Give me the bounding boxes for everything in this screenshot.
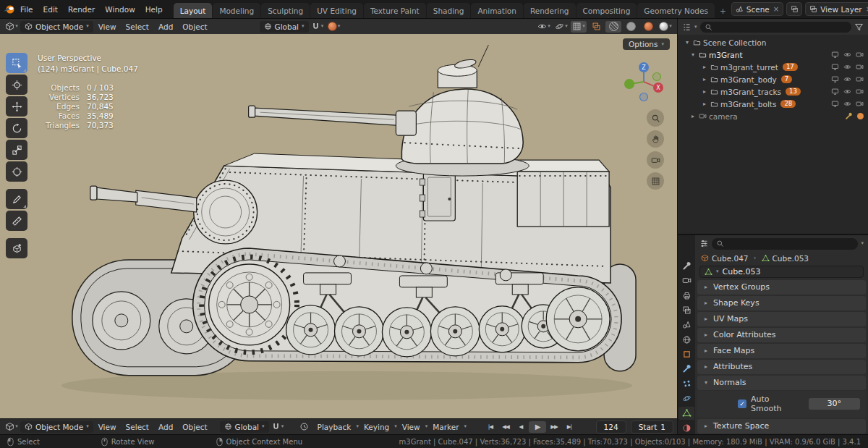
tool-move[interactable] xyxy=(6,96,27,117)
shading-wireframe-button[interactable] xyxy=(605,21,621,33)
orthographic-toggle-button[interactable] xyxy=(647,172,664,190)
menu-view[interactable]: View xyxy=(94,22,121,32)
expand-icon[interactable]: ▸ xyxy=(701,64,708,70)
disable-render-icon[interactable] xyxy=(856,63,864,71)
menu-keying[interactable]: Keying xyxy=(359,422,393,432)
hide-eye-icon[interactable] xyxy=(843,51,851,59)
object-visibility-dropdown[interactable]: ▾ xyxy=(536,21,552,33)
view-layer-selector[interactable]: View Layer × xyxy=(805,2,868,16)
hide-eye-icon[interactable] xyxy=(843,100,851,108)
menu-add[interactable]: Add xyxy=(154,22,177,32)
timeline-orientation-selector[interactable]: Global▾ xyxy=(220,421,269,433)
breadcrumb-data[interactable]: Cube.053 xyxy=(773,254,809,263)
disable-viewport-icon[interactable] xyxy=(831,51,839,59)
tab-output[interactable] xyxy=(678,289,694,302)
disable-render-icon[interactable] xyxy=(856,51,864,59)
outliner-editor-icon[interactable] xyxy=(682,22,692,32)
expand-icon[interactable]: ▾ xyxy=(684,39,691,46)
expand-icon[interactable]: ▸ xyxy=(701,88,708,95)
shading-rendered-button[interactable]: ▾ xyxy=(658,21,673,33)
disable-viewport-icon[interactable] xyxy=(831,75,839,83)
tab-layout[interactable]: Layout xyxy=(174,3,213,18)
camera-view-button[interactable] xyxy=(647,151,664,169)
shading-solid-button[interactable] xyxy=(623,21,639,33)
timeline-menu-view[interactable]: View xyxy=(94,422,121,432)
auto-smooth-angle-field[interactable]: 30° xyxy=(809,398,860,410)
disable-viewport-icon[interactable] xyxy=(831,63,839,71)
filter-dropdown-icon[interactable]: ▾ xyxy=(861,241,864,246)
collapse-icon[interactable]: ▾ xyxy=(689,51,697,58)
outliner-row-tracks[interactable]: ▸ m3Grant_tracks 13 xyxy=(678,85,868,98)
outliner-row-body[interactable]: ▸ m3Grant_body 7 xyxy=(678,73,868,85)
navigation-gizmo[interactable]: Z X xyxy=(621,59,667,105)
tab-object-data[interactable] xyxy=(678,407,694,419)
proportional-editing-toggle[interactable]: ▾ xyxy=(326,21,342,33)
tab-view-layer[interactable] xyxy=(678,304,694,316)
play-reverse-button[interactable]: ◀ xyxy=(514,421,528,433)
panel-face-maps[interactable]: ▸Face Maps xyxy=(697,344,866,358)
tab-animation[interactable]: Animation xyxy=(471,3,523,18)
tool-transform[interactable] xyxy=(6,161,27,182)
tab-physics[interactable] xyxy=(678,392,694,405)
menu-playback[interactable]: Playback xyxy=(313,422,356,432)
timeline-menu-object[interactable]: Object xyxy=(178,422,211,432)
disable-viewport-icon[interactable] xyxy=(831,100,839,108)
next-keyframe-button[interactable]: ▶▶ xyxy=(547,421,561,433)
play-button[interactable]: ▶ xyxy=(529,421,546,433)
hide-eye-icon[interactable] xyxy=(843,63,851,71)
panel-color-attributes[interactable]: ▸Color Attributes xyxy=(697,328,866,342)
expand-icon[interactable]: ▸ xyxy=(689,113,697,119)
jump-to-start-button[interactable]: |◀ xyxy=(483,421,498,433)
menu-render[interactable]: Render xyxy=(63,4,100,15)
tab-shading[interactable]: Shading xyxy=(427,3,471,18)
disable-render-icon[interactable] xyxy=(856,75,864,83)
outliner-row-scene-collection[interactable]: ▾ Scene Collection xyxy=(678,36,868,48)
menu-timeline-view[interactable]: View xyxy=(398,422,425,432)
outliner-row-m3grant[interactable]: ▾ m3Grant xyxy=(678,48,868,61)
auto-smooth-checkbox[interactable]: ✓ xyxy=(738,400,746,408)
options-dropdown[interactable]: Options▾ xyxy=(623,38,670,50)
tab-sculpting[interactable]: Sculpting xyxy=(261,3,310,18)
frame-start-field[interactable]: Start 1 xyxy=(631,420,673,434)
blender-logo-icon[interactable] xyxy=(3,2,15,17)
tab-geometry-nodes[interactable]: Geometry Nodes xyxy=(637,3,715,18)
tool-rotate[interactable] xyxy=(6,118,27,138)
mode-selector[interactable]: Object Mode▾ xyxy=(20,21,93,33)
tool-select-box[interactable] xyxy=(6,53,27,73)
snapping-toggle[interactable]: ▾ xyxy=(310,21,326,33)
menu-help[interactable]: Help xyxy=(140,4,168,15)
jump-to-end-button[interactable]: ▶| xyxy=(562,421,576,433)
zoom-button[interactable] xyxy=(647,109,664,127)
tab-render[interactable] xyxy=(678,274,694,287)
tool-measure[interactable] xyxy=(6,211,27,231)
3d-viewport[interactable]: User Perspective (124) m3Grant | Cube.04… xyxy=(0,34,677,418)
outliner-row-bolts[interactable]: ▸ m3Grant_bolts 28 xyxy=(678,98,868,110)
tab-scene[interactable] xyxy=(678,318,694,331)
menu-object[interactable]: Object xyxy=(178,22,211,32)
disable-render-icon[interactable] xyxy=(856,88,864,96)
tab-tool[interactable] xyxy=(678,260,694,272)
tab-world[interactable] xyxy=(678,334,694,346)
tab-object[interactable] xyxy=(678,348,694,360)
mesh-data-name-field[interactable]: ▾ Cube.053 xyxy=(699,266,864,278)
panel-attributes[interactable]: ▸Attributes xyxy=(697,360,866,374)
expand-icon[interactable]: ▸ xyxy=(701,76,708,83)
timeline-mode-selector[interactable]: Object Mode▾ xyxy=(20,421,93,433)
timeline-menu-select[interactable]: Select xyxy=(122,422,153,432)
tab-particles[interactable] xyxy=(678,378,694,390)
outliner-row-turret[interactable]: ▸ m3grant_turret 17 xyxy=(678,61,868,73)
panel-texture-space[interactable]: ▸Texture Space xyxy=(697,419,866,434)
current-frame-field[interactable]: 124 xyxy=(596,420,626,434)
pan-button[interactable] xyxy=(647,130,664,148)
breadcrumb-object[interactable]: Cube.047 xyxy=(712,254,749,263)
new-scene-button[interactable] xyxy=(786,2,802,16)
menu-window[interactable]: Window xyxy=(100,4,140,15)
tab-rendering[interactable]: Rendering xyxy=(524,3,576,18)
timeline-editor-type-button[interactable]: ▾ xyxy=(4,421,20,433)
tool-wrench-icon[interactable] xyxy=(845,112,853,120)
hide-eye-icon[interactable] xyxy=(843,88,851,96)
overlays-toggle[interactable]: ▾ xyxy=(571,21,587,33)
tool-annotate[interactable] xyxy=(6,189,27,209)
tool-add-cube[interactable] xyxy=(6,238,27,258)
disable-render-icon[interactable] xyxy=(856,100,864,108)
